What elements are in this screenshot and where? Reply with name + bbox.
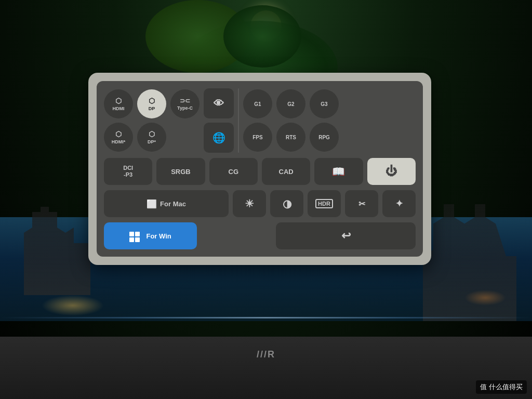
light-glow-left	[42, 295, 104, 316]
watermark: 值 什么值得买	[476, 380, 527, 394]
spacer-2	[238, 222, 272, 249]
osd-panel: ⬡ HDMI ⬡ DP ⊃⊂ Type-C	[88, 73, 431, 265]
rts-label: RTS	[286, 135, 296, 140]
dp-label: DP	[149, 106, 155, 111]
back-icon: ↩	[341, 229, 351, 243]
dci-p3-button[interactable]: DCI-P3	[104, 158, 152, 185]
contrast-icon: ◑	[283, 197, 291, 210]
cad-button[interactable]: CAD	[262, 158, 310, 185]
light-button[interactable]: ✦	[382, 190, 416, 217]
hdmi-button[interactable]: ⬡ HDMI	[104, 89, 133, 118]
cg-button[interactable]: CG	[209, 158, 258, 185]
castle-left	[16, 191, 99, 295]
power-icon: ⏻	[385, 165, 397, 178]
light-icon: ✦	[395, 198, 403, 209]
globe-button[interactable]: 🌐	[204, 123, 234, 153]
mac-icon: ⬜	[147, 199, 157, 209]
dp2-icon: ⬡	[149, 130, 155, 138]
osd-row-1: ⬡ HDMI ⬡ DP ⊃⊂ Type-C	[104, 88, 416, 153]
rts-button[interactable]: RTS	[276, 123, 305, 152]
light-glow-right	[464, 290, 506, 305]
formac-label: For Mac	[160, 200, 186, 208]
g2-button[interactable]: G2	[276, 89, 305, 118]
typec-label: Type-C	[177, 105, 193, 111]
g1-button[interactable]: G1	[243, 89, 272, 118]
hdmi2-icon: ⬡	[115, 130, 122, 138]
game-row-top: G1 G2 G3	[243, 89, 339, 118]
input-selectors: ⬡ HDMI ⬡ DP ⊃⊂ Type-C	[104, 89, 200, 152]
water-shimmer	[0, 317, 532, 318]
cg-label: CG	[229, 168, 239, 176]
brightness-icon: ☀	[245, 197, 254, 210]
brightness-button[interactable]: ☀	[233, 190, 266, 217]
typec-icon: ⊃⊂	[180, 97, 190, 104]
spacer-1	[201, 222, 234, 249]
osd-inner: ⬡ HDMI ⬡ DP ⊃⊂ Type-C	[97, 81, 423, 257]
win-icon	[129, 230, 143, 242]
input-row-top: ⬡ HDMI ⬡ DP ⊃⊂ Type-C	[104, 89, 200, 118]
dci-label: DCI-P3	[123, 165, 133, 178]
input-row-bottom: ⬡ HDMI* ⬡ DP*	[104, 123, 200, 152]
back-button[interactable]: ↩	[276, 222, 416, 249]
g2-label: G2	[287, 101, 294, 107]
rpg-button[interactable]: RPG	[310, 123, 339, 152]
dp2-button[interactable]: ⬡ DP*	[137, 123, 166, 152]
rpg-label: RPG	[318, 135, 330, 140]
watermark-text: 值 什么值得买	[480, 383, 523, 391]
osd-row-2: DCI-P3 SRGB CG CAD 📖 ⏻	[104, 158, 416, 185]
hdmi-label: HDMI	[113, 106, 125, 111]
fps-label: FPS	[252, 135, 262, 140]
scissors-button[interactable]: ✂	[345, 190, 378, 217]
srgb-button[interactable]: SRGB	[156, 158, 205, 185]
hdr-label: HDR	[315, 199, 333, 208]
hdmi2-label: HDMI*	[112, 139, 126, 144]
g3-button[interactable]: G3	[310, 89, 339, 118]
formac-button[interactable]: ⬜ For Mac	[104, 190, 229, 217]
separator-1	[238, 88, 239, 153]
book-button[interactable]: 📖	[314, 158, 363, 185]
center-icons: 👁 🌐	[204, 88, 234, 153]
dp-button[interactable]: ⬡ DP	[137, 89, 166, 118]
game-modes: G1 G2 G3 FPS RTS	[243, 89, 339, 152]
monitor-logo: ///R	[257, 349, 275, 360]
hdmi-icon: ⬡	[115, 97, 122, 105]
forwin-button[interactable]: For Win	[104, 222, 197, 249]
trees3	[223, 5, 301, 68]
srgb-label: SRGB	[171, 168, 191, 176]
g3-label: G3	[321, 101, 327, 107]
dp2-label: DP*	[148, 139, 156, 144]
game-row-bottom: FPS RTS RPG	[243, 123, 339, 152]
cad-label: CAD	[279, 168, 294, 176]
hdmi2-button[interactable]: ⬡ HDMI*	[104, 123, 133, 152]
globe-icon: 🌐	[212, 131, 225, 144]
osd-row-4: For Win ↩	[104, 222, 416, 249]
scissors-icon: ✂	[358, 199, 365, 209]
power-button[interactable]: ⏻	[367, 158, 416, 185]
dp-icon: ⬡	[149, 97, 155, 105]
forwin-label: For Win	[146, 232, 171, 240]
monitor-bezel: ///R	[0, 337, 532, 399]
eye-care-button[interactable]: 👁	[204, 88, 234, 118]
typec-button[interactable]: ⊃⊂ Type-C	[170, 89, 200, 118]
book-icon: 📖	[332, 165, 345, 178]
osd-row-3: ⬜ For Mac ☀ ◑ HDR ✂ ✦	[104, 190, 416, 217]
g1-label: G1	[254, 101, 261, 107]
fps-button[interactable]: FPS	[243, 123, 272, 152]
hdr-button[interactable]: HDR	[308, 190, 341, 217]
eye-icon: 👁	[214, 98, 224, 110]
contrast-button[interactable]: ◑	[270, 190, 303, 217]
